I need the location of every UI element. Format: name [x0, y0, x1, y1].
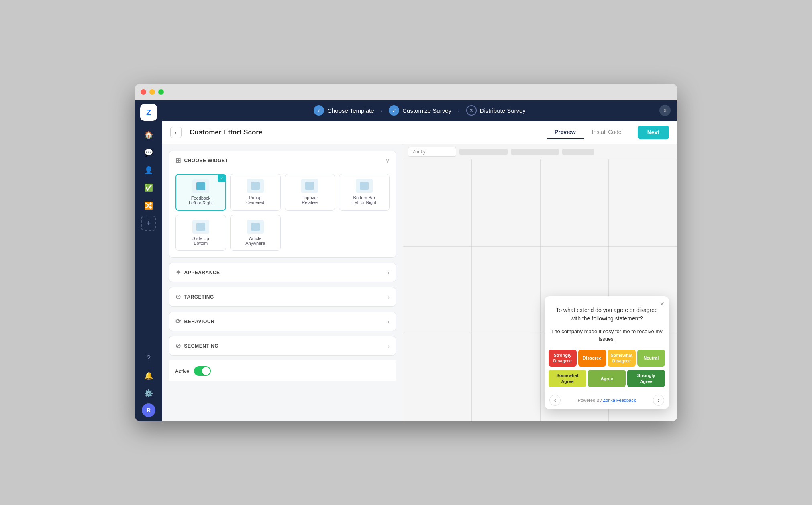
sidebar-item-flows[interactable]: 🔀 — [141, 198, 156, 213]
widget-close-button[interactable]: × — [660, 300, 664, 307]
article-widget-label: ArticleAnywhere — [245, 236, 265, 246]
sidebar-item-home[interactable]: 🏠 — [141, 127, 156, 143]
tab-preview[interactable]: Preview — [547, 126, 584, 139]
widget-chevron-icon: ∨ — [386, 157, 390, 164]
popup-widget-label: PopupCentered — [246, 195, 264, 205]
btn-disagree[interactable]: Disagree — [578, 350, 606, 367]
mac-maximize-btn[interactable] — [158, 89, 164, 95]
segmenting-section: ⊘ SEGMENTING › — [169, 336, 396, 356]
next-button[interactable]: Next — [638, 126, 669, 139]
active-toggle[interactable] — [194, 366, 211, 376]
bottom-bar-widget-label: Bottom BarLeft or Right — [352, 195, 376, 205]
article-inner-rect — [251, 223, 260, 231]
widget-option-slide-up[interactable]: Slide UpBottom — [175, 215, 226, 251]
targeting-chevron-icon: › — [388, 294, 390, 300]
appearance-header[interactable]: ✦ APPEARANCE › — [169, 263, 396, 282]
preview-cell-2 — [472, 159, 540, 246]
feedback-widget-label: FeedbackLeft or Right — [189, 195, 213, 205]
right-panel: Zonky — [403, 144, 677, 421]
preview-cell-1 — [403, 159, 471, 246]
back-button[interactable]: ‹ — [170, 127, 182, 138]
tab-container: Preview Install Code — [547, 126, 630, 139]
targeting-header-left: ⊙ TARGETING — [175, 293, 214, 301]
btn-strongly-agree[interactable]: StronglyAgree — [627, 370, 665, 387]
popover-widget-label: PopoverRelative — [302, 195, 318, 205]
sidebar-settings-icon[interactable]: ⚙️ — [141, 386, 156, 401]
btn-strongly-disagree[interactable]: StronglyDisagree — [549, 350, 577, 367]
choose-widget-header[interactable]: ⊞ CHOOSE WIDGET ∨ — [169, 151, 396, 170]
widget-option-feedback[interactable]: ✓ FeedbackLeft or Right — [175, 174, 226, 211]
behaviour-section: ⟳ BEHAVIOUR › — [169, 312, 396, 331]
content-area: ⊞ CHOOSE WIDGET ∨ ✓ — [162, 144, 677, 421]
mac-close-btn[interactable] — [141, 89, 146, 95]
widget-buttons-row1: StronglyDisagree Disagree SomewhatDisagr… — [545, 348, 669, 369]
btn-somewhat-disagree[interactable]: SomewhatDisagree — [608, 350, 636, 367]
sidebar-help-icon[interactable]: ? — [141, 350, 156, 366]
popover-icon-box — [301, 179, 318, 193]
preview-cell-4 — [609, 159, 677, 246]
step2-label: Customize Survey — [402, 107, 451, 114]
sidebar-logo: Z — [140, 104, 157, 121]
widget-question: To what extend do you agree or disagree … — [545, 296, 669, 328]
widget-prev-button[interactable]: ‹ — [549, 395, 561, 406]
widget-powered-by: Powered By Zonka Feedback — [578, 398, 636, 403]
sidebar: Z 🏠 💬 👤 ✅ 🔀 + ? 🔔 ⚙️ R — [135, 100, 162, 421]
sidebar-item-users[interactable]: 👤 — [141, 163, 156, 178]
mac-window: Z 🏠 💬 👤 ✅ 🔀 + ? 🔔 ⚙️ R ✓ Choose Templa — [135, 84, 677, 421]
preview-browser: Zonky — [403, 144, 677, 421]
segmenting-label: SEGMENTING — [184, 343, 219, 349]
bottom-bar-inner-rect — [360, 182, 369, 190]
widget-option-bottom-bar[interactable]: Bottom BarLeft or Right — [339, 174, 390, 211]
sidebar-item-check[interactable]: ✅ — [141, 180, 156, 195]
widget-next-button[interactable]: › — [653, 395, 664, 406]
app-container: Z 🏠 💬 👤 ✅ 🔀 + ? 🔔 ⚙️ R ✓ Choose Templa — [135, 100, 677, 421]
feedback-icon-box — [192, 179, 209, 193]
tab-install-code[interactable]: Install Code — [584, 126, 630, 139]
segmenting-chevron-icon: › — [388, 343, 390, 349]
sidebar-avatar[interactable]: R — [142, 403, 155, 417]
step-arrow-1: › — [381, 107, 383, 114]
btn-neutral[interactable]: Neutral — [637, 350, 665, 367]
segmenting-header[interactable]: ⊘ SEGMENTING › — [169, 336, 396, 355]
steps-container: ✓ Choose Template › ✓ Customize Survey ›… — [314, 105, 526, 116]
preview-cell-5 — [403, 247, 471, 334]
widget-option-popover[interactable]: PopoverRelative — [285, 174, 335, 211]
behaviour-icon: ⟳ — [175, 318, 181, 325]
btn-agree[interactable]: Agree — [588, 370, 626, 387]
active-label: Active — [175, 368, 189, 374]
targeting-section: ⊙ TARGETING › — [169, 287, 396, 307]
step-distribute-survey: 3 Distribute Survey — [466, 105, 526, 116]
widget-grid-icon: ⊞ — [175, 157, 181, 164]
behaviour-header-left: ⟳ BEHAVIOUR — [175, 318, 214, 325]
bottom-bar-icon-box — [356, 179, 373, 193]
preview-cell-9 — [403, 334, 471, 421]
mac-titlebar — [135, 84, 677, 100]
sidebar-item-add[interactable]: + — [141, 216, 156, 231]
popup-inner-rect — [251, 182, 260, 190]
step1-label: Choose Template — [327, 107, 374, 114]
topbar-close-button[interactable]: × — [659, 105, 671, 116]
btn-somewhat-agree[interactable]: SomewhatAgree — [549, 370, 586, 387]
widget-statement: The company made it easy for me to resol… — [545, 328, 669, 348]
sidebar-item-chat[interactable]: 💬 — [141, 145, 156, 160]
powered-by-link[interactable]: Zonka Feedback — [603, 398, 636, 403]
slide-up-icon-box — [192, 220, 209, 234]
sidebar-notifications-icon[interactable]: 🔔 — [141, 368, 156, 383]
main-content: ✓ Choose Template › ✓ Customize Survey ›… — [162, 100, 677, 421]
behaviour-label: BEHAVIOUR — [184, 319, 215, 324]
sidebar-bottom: ? 🔔 ⚙️ R — [141, 350, 156, 417]
widget-buttons-row2: SomewhatAgree Agree StronglyAgree — [545, 368, 669, 391]
targeting-header[interactable]: ⊙ TARGETING › — [169, 287, 396, 306]
mac-minimize-btn[interactable] — [149, 89, 155, 95]
step1-check-icon: ✓ — [314, 105, 324, 116]
widget-footer: ‹ Powered By Zonka Feedback › — [545, 391, 669, 409]
behaviour-header[interactable]: ⟳ BEHAVIOUR › — [169, 312, 396, 331]
widget-option-popup[interactable]: PopupCentered — [230, 174, 281, 211]
selected-check-badge: ✓ — [218, 174, 226, 182]
step3-label: Distribute Survey — [480, 107, 526, 114]
targeting-icon: ⊙ — [175, 293, 181, 301]
widget-option-article[interactable]: ArticleAnywhere — [230, 215, 281, 251]
choose-widget-header-left: ⊞ CHOOSE WIDGET — [175, 157, 228, 164]
step-choose-template: ✓ Choose Template — [314, 105, 374, 116]
widget-grid: ✓ FeedbackLeft or Right — [169, 170, 396, 257]
